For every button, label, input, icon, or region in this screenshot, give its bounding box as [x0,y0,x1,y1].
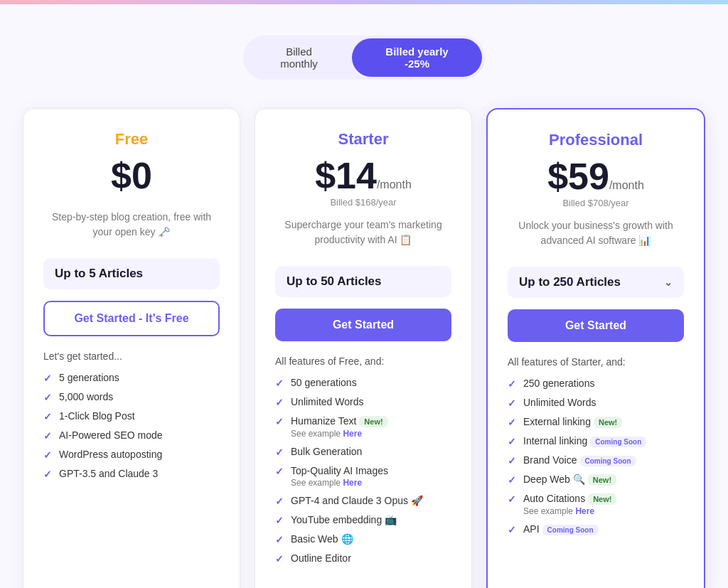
billing-monthly-btn[interactable]: Billed monthly [246,38,352,77]
list-item: ✓APIComing Soon [508,523,684,535]
feature-text: Unlimited Words [291,396,363,407]
feature-example-link[interactable]: Here [343,429,362,439]
feature-content: Brand VoiceComing Soon [523,454,636,466]
list-item: ✓WordPress autoposting [43,449,220,461]
feature-text: GPT-3.5 and Claude 3 [59,468,158,479]
plan-name-free: Free [43,130,220,149]
cta-btn-starter[interactable]: Get Started [275,309,451,341]
articles-text-free: Up to 5 Articles [55,267,143,281]
feature-text: Top-Quality AI Images [291,465,388,476]
feature-text: 5,000 words [59,391,113,402]
list-item: ✓Unlimited Words [508,397,684,409]
articles-selector-professional[interactable]: Up to 250 Articles⌄ [508,267,684,298]
feature-text: APIComing Soon [523,523,599,535]
billing-yearly-btn[interactable]: Billed yearly -25% [352,38,482,77]
feature-text: 1-Click Blog Post [59,410,135,422]
plan-name-professional: Professional [508,131,684,149]
list-item: ✓Brand VoiceComing Soon [508,454,684,466]
features-list-starter: ✓50 generations✓Unlimited Words✓Humanize… [275,377,451,565]
plan-card-free: Free$0Step-by-step blog creation, free w… [23,108,240,588]
feature-text: Outline Editor [291,552,351,564]
features-intro-free: Let's get started... [43,351,220,362]
plan-name-starter: Starter [275,130,451,149]
feature-content: GPT-3.5 and Claude 3 [59,468,158,479]
list-item: ✓1-Click Blog Post [43,410,220,422]
check-icon: ✓ [508,378,516,390]
feature-badge: Coming Soon [580,456,636,466]
feature-text: Unlimited Words [523,397,596,408]
feature-content: 5 generations [59,372,119,383]
check-icon: ✓ [275,534,284,545]
check-icon: ✓ [275,553,284,565]
list-item: ✓50 generations [275,377,451,389]
check-icon: ✓ [508,524,516,535]
check-icon: ✓ [508,474,516,486]
billing-toggle: Billed monthly Billed yearly -25% [243,36,485,80]
feature-content: Top-Quality AI ImagesSee example Here [291,465,388,488]
articles-text-professional: Up to 250 Articles [519,275,621,289]
plan-desc-professional: Unlock your business's growth with advan… [508,218,684,254]
price-amount-professional: $59 [547,156,609,197]
check-icon: ✓ [275,466,284,477]
feature-sub: See example Here [291,429,388,439]
feature-text: Humanize TextNew! [291,415,388,427]
price-amount-starter: $14 [315,155,377,196]
list-item: ✓Basic Web 🌐 [275,533,451,545]
feature-content: AI-Powered SEO mode [59,429,163,441]
feature-content: Basic Web 🌐 [291,533,353,545]
feature-content: 1-Click Blog Post [59,410,135,422]
feature-content: YouTube embedding 📺 [291,514,397,525]
feature-text: Bulk Generation [291,446,362,457]
check-icon: ✓ [508,417,516,428]
feature-content: Deep Web 🔍New! [523,474,616,486]
list-item: ✓AI-Powered SEO mode [43,429,220,442]
price-row-professional: $59/month [508,158,684,195]
feature-sub: See example Here [523,506,616,516]
price-row-free: $0 [43,157,220,194]
feature-badge: Coming Soon [542,525,599,535]
plan-desc-starter: Supercharge your team's marketing produc… [275,218,451,253]
check-icon: ✓ [275,496,284,507]
check-icon: ✓ [275,378,284,389]
feature-text: 50 generations [291,377,357,388]
check-icon: ✓ [275,515,284,526]
cta-btn-free[interactable]: Get Started - It's Free [43,301,220,336]
plan-desc-free: Step-by-step blog creation, free with yo… [43,210,220,245]
check-icon: ✓ [275,447,284,458]
feature-badge: New! [359,416,387,427]
price-period-professional: /month [609,179,644,191]
feature-text: YouTube embedding 📺 [291,514,397,525]
price-row-starter: $14/month [275,157,451,194]
feature-text: GPT-4 and Claude 3 Opus 🚀 [291,495,423,506]
check-icon: ✓ [275,416,284,427]
feature-content: 250 generations [523,378,594,389]
feature-content: 5,000 words [59,391,113,402]
feature-example-link[interactable]: Here [343,478,362,488]
articles-selector-starter: Up to 50 Articles [275,266,451,297]
list-item: ✓Unlimited Words [275,396,451,408]
plan-card-starter: Starter$14/monthBilled $168/yearSupercha… [255,108,472,588]
feature-example-link[interactable]: Here [575,506,594,516]
list-item: ✓Auto CitationsNew!See example Here [508,493,684,516]
list-item: ✓Top-Quality AI ImagesSee example Here [275,465,451,488]
check-icon: ✓ [508,397,516,409]
feature-text: 5 generations [59,372,119,383]
check-icon: ✓ [508,493,516,505]
chevron-down-icon: ⌄ [664,277,673,288]
feature-content: WordPress autoposting [59,449,162,460]
feature-badge: Coming Soon [590,437,646,447]
feature-text: Basic Web 🌐 [291,533,353,545]
list-item: ✓Deep Web 🔍New! [508,474,684,486]
feature-text: Auto CitationsNew! [523,493,616,505]
cta-btn-professional[interactable]: Get Started [508,309,684,342]
feature-text: 250 generations [523,378,594,389]
feature-text: External linkingNew! [523,416,622,428]
check-icon: ✓ [43,392,52,403]
features-intro-professional: All features of Starter, and: [508,356,684,368]
plan-card-professional: Professional$59/monthBilled $708/yearUnl… [486,108,705,588]
list-item: ✓250 generations [508,378,684,390]
check-icon: ✓ [275,397,284,408]
price-period-starter: /month [377,178,412,191]
feature-content: Humanize TextNew!See example Here [291,415,388,439]
feature-text: WordPress autoposting [59,449,162,460]
